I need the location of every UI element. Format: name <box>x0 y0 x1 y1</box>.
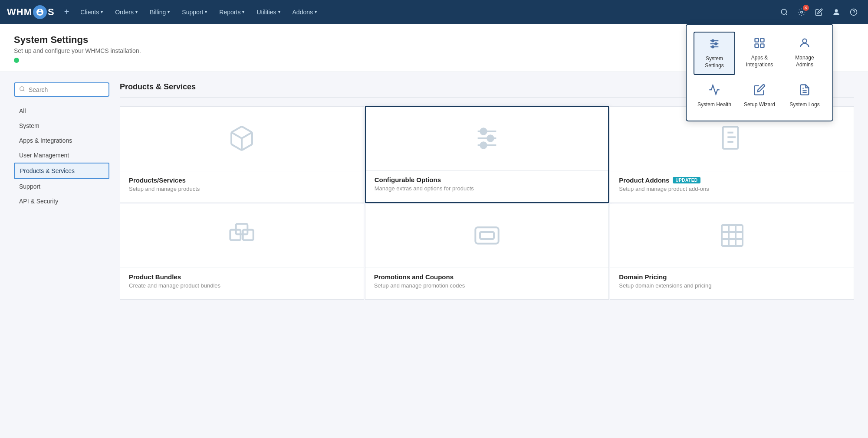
card-desc-2: Manage extras and options for products <box>375 185 600 192</box>
dropdown-health-label: System Health <box>697 101 731 108</box>
svg-line-19 <box>23 90 25 92</box>
svg-point-24 <box>480 128 486 134</box>
dropdown-apps-label: Apps & Integrations <box>742 55 777 68</box>
svg-point-0 <box>781 9 786 14</box>
orders-caret: ▾ <box>135 10 138 14</box>
card-title-3: Product Addons UPDATED <box>619 177 845 184</box>
sliders-icon <box>708 38 720 53</box>
card-body-5: Promotions and Coupons Setup and manage … <box>365 268 609 299</box>
search-button[interactable] <box>777 5 792 20</box>
nav-reports[interactable]: Reports ▾ <box>214 6 250 18</box>
dropdown-system-logs[interactable]: System Logs <box>784 78 825 114</box>
nav-support[interactable]: Support ▾ <box>177 6 212 18</box>
svg-rect-34 <box>475 227 498 243</box>
dropdown-manage-admins[interactable]: Manage Admins <box>784 32 825 75</box>
dropdown-system-health[interactable]: System Health <box>694 78 735 114</box>
reports-caret: ▾ <box>242 10 244 14</box>
card-configurable-options[interactable]: Configurable Options Manage extras and o… <box>365 106 609 203</box>
card-body-2: Configurable Options Manage extras and o… <box>366 170 608 202</box>
svg-point-3 <box>835 9 838 12</box>
card-title-1: Products/Services <box>129 177 355 184</box>
logo[interactable]: WHM S <box>7 5 55 19</box>
sidebar: All System Apps & Integrations User Mana… <box>14 82 109 428</box>
svg-point-8 <box>712 40 714 42</box>
svg-rect-12 <box>760 39 764 42</box>
svg-rect-35 <box>480 232 494 239</box>
nav-addons[interactable]: Addons ▾ <box>287 6 322 18</box>
sidebar-item-support[interactable]: Support <box>14 179 109 194</box>
cube-icon <box>228 124 256 157</box>
dropdown-apps-integrations[interactable]: Apps & Integrations <box>739 32 780 75</box>
svg-point-9 <box>715 43 717 45</box>
search-icon <box>19 86 25 93</box>
main-content: Products & Services Products/Services Se… <box>120 82 854 428</box>
addons-caret: ▾ <box>315 10 317 14</box>
card-body-6: Domain Pricing Setup domain extensions a… <box>610 268 854 299</box>
cards-grid: Products/Services Setup and manage produ… <box>120 106 854 300</box>
card-icon-area-6 <box>610 204 854 268</box>
svg-point-15 <box>802 39 806 43</box>
logo-icon <box>33 5 47 19</box>
card-desc-5: Setup and manage promotion codes <box>374 282 600 289</box>
sidebar-item-all[interactable]: All <box>14 104 109 118</box>
svg-rect-14 <box>760 44 764 47</box>
dropdown-admins-label: Manage Admins <box>787 55 822 68</box>
help-button[interactable] <box>846 5 861 20</box>
sidebar-item-system[interactable]: System <box>14 118 109 133</box>
search-input[interactable] <box>29 86 104 93</box>
updated-badge: UPDATED <box>673 177 700 183</box>
support-caret: ▾ <box>205 10 207 14</box>
settings-dropdown-panel: System Settings Apps & Integrations Mana… <box>686 24 833 121</box>
monitor-icon <box>473 222 501 255</box>
clients-caret: ▾ <box>101 10 103 14</box>
sidebar-item-user-management[interactable]: User Management <box>14 148 109 163</box>
svg-point-25 <box>487 135 493 141</box>
dropdown-wizard-label: Setup Wizard <box>744 101 775 108</box>
content-area: All System Apps & Integrations User Mana… <box>0 72 868 438</box>
sliders-card-icon <box>473 124 501 157</box>
card-desc-1: Setup and manage products <box>129 186 355 192</box>
topnav: WHM S + Clients ▾ Orders ▾ Billing ▾ Sup… <box>0 0 868 24</box>
billing-caret: ▾ <box>168 10 170 14</box>
card-products-services[interactable]: Products/Services Setup and manage produ… <box>120 106 364 203</box>
card-body-4: Product Bundles Create and manage produc… <box>120 268 364 299</box>
card-product-bundles[interactable]: Product Bundles Create and manage produc… <box>120 204 364 300</box>
dropdown-setup-wizard[interactable]: Setup Wizard <box>739 78 780 114</box>
svg-rect-13 <box>755 44 759 47</box>
svg-rect-36 <box>722 225 743 246</box>
card-body-3: Product Addons UPDATED Setup and manage … <box>610 171 854 203</box>
notification-badge: ✕ <box>803 5 809 11</box>
nav-plus-button[interactable]: + <box>60 5 74 19</box>
sidebar-nav: All System Apps & Integrations User Mana… <box>14 104 109 209</box>
utilities-caret: ▾ <box>278 10 280 14</box>
card-icon-area-1 <box>120 107 364 171</box>
svg-point-18 <box>20 87 24 91</box>
document-icon <box>718 124 746 157</box>
nav-billing[interactable]: Billing ▾ <box>145 6 175 18</box>
svg-rect-11 <box>755 39 759 42</box>
card-promotions[interactable]: Promotions and Coupons Setup and manage … <box>365 204 609 300</box>
dropdown-logs-label: System Logs <box>789 101 819 108</box>
dropdown-system-settings[interactable]: System Settings <box>694 32 735 75</box>
card-title-6: Domain Pricing <box>619 273 845 281</box>
grid-icon <box>718 222 746 255</box>
nav-utilities[interactable]: Utilities ▾ <box>251 6 285 18</box>
logs-icon <box>799 84 811 99</box>
sidebar-item-products[interactable]: Products & Services <box>14 163 109 179</box>
sidebar-item-apps[interactable]: Apps & Integrations <box>14 133 109 148</box>
search-box[interactable] <box>14 82 109 97</box>
notifications-button[interactable]: ✕ <box>794 5 809 20</box>
card-icon-area-4 <box>120 204 364 268</box>
status-dot <box>14 58 19 63</box>
sidebar-item-api[interactable]: API & Security <box>14 194 109 209</box>
card-title-4: Product Bundles <box>129 273 355 281</box>
card-icon-area-5 <box>365 204 609 268</box>
nav-orders[interactable]: Orders ▾ <box>110 6 143 18</box>
wizard-icon <box>753 84 766 99</box>
nav-clients[interactable]: Clients ▾ <box>75 6 108 18</box>
logo-text2: S <box>48 7 55 18</box>
card-body-1: Products/Services Setup and manage produ… <box>120 171 364 203</box>
card-domain-pricing[interactable]: Domain Pricing Setup domain extensions a… <box>610 204 854 300</box>
user-avatar[interactable] <box>829 5 844 20</box>
edit-button[interactable] <box>812 5 826 20</box>
